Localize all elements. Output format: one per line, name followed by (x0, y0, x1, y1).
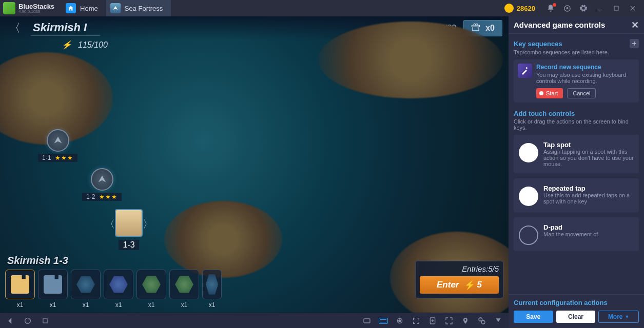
collapse-button[interactable] (492, 315, 504, 327)
next-node-arrow[interactable]: 〉 (143, 217, 153, 231)
node-id: 1-2 (86, 193, 95, 200)
enter-panel: Entries:5/5 Enter ⚡5 (415, 261, 503, 298)
back-button[interactable]: 〈 (6, 20, 24, 36)
start-recording-button[interactable]: Start (536, 88, 563, 98)
panel-header: Advanced game controls ✕ (509, 16, 644, 34)
reward-item[interactable]: x1 (136, 270, 166, 309)
notifications-button[interactable] (543, 1, 558, 15)
minimize-button[interactable] (593, 1, 607, 15)
reward-item[interactable]: x1 (202, 270, 222, 309)
install-apk-button[interactable] (426, 315, 439, 327)
control-title: Tap spot (543, 141, 634, 149)
clear-button[interactable]: Clear (556, 311, 596, 323)
key-sequences-header: Key sequences ＋ (514, 39, 639, 48)
repeated-tap-control[interactable]: Repeated tap Use this to add repeated ta… (514, 178, 639, 212)
tap-spot-icon (519, 143, 538, 162)
keyboard-controls-button[interactable] (377, 315, 389, 327)
node-stars: ★★★ (99, 193, 118, 200)
control-desc: Assign tapping on a spot with this actio… (543, 149, 634, 167)
enter-label: Enter (437, 280, 459, 290)
page-title: Skirmish I (31, 21, 100, 36)
game-viewport[interactable]: 〈 Skirmish I ★ 6/30 x0 ⚡ 115/100 (0, 16, 509, 328)
level-node-1-1[interactable]: 1-1 ★★★ (38, 129, 77, 162)
footer-title: Current configuration actions (514, 299, 639, 306)
cancel-recording-button[interactable]: Cancel (567, 88, 596, 98)
app-version: 4.90.0.1038 (18, 10, 54, 14)
tab-label: Home (80, 5, 98, 12)
reward-item[interactable]: x1 (104, 270, 133, 309)
logo-icon (3, 2, 15, 14)
node-id: 1-1 (42, 154, 51, 161)
bolt-icon: ⚡ (62, 40, 72, 50)
prev-node-arrow[interactable]: 〈 (105, 217, 115, 231)
control-desc: Map the movement of (543, 231, 598, 237)
control-title: Repeated tap (543, 184, 634, 192)
fullscreen-button[interactable] (443, 315, 455, 327)
enter-cost: 5 (477, 280, 482, 290)
maximize-button[interactable] (609, 1, 623, 15)
reward-item[interactable]: x1 (5, 270, 35, 309)
node-badge (91, 168, 113, 191)
control-desc: Use this to add repeated taps on a spot … (543, 192, 634, 204)
reward-item[interactable]: x1 (71, 270, 101, 309)
tab-home[interactable]: Home (62, 0, 106, 16)
svg-point-1 (566, 7, 568, 9)
gift-value: x0 (485, 24, 495, 33)
dpad-control[interactable]: D-pad Map the movement of (514, 217, 639, 251)
panel-close-button[interactable]: ✕ (631, 19, 639, 31)
coin-icon (504, 4, 514, 13)
coin-amount: 28620 (517, 5, 535, 12)
svg-point-6 (25, 318, 31, 323)
record-sequence-desc: You may also use existing keyboard contr… (536, 72, 635, 84)
tap-spot-control[interactable]: Tap spot Assign tapping on a spot with t… (514, 135, 639, 173)
node-id: 1-3 (123, 240, 134, 250)
reward-item[interactable]: x1 (169, 270, 199, 309)
panel-title: Advanced game controls (514, 20, 605, 29)
android-recents-button[interactable] (39, 315, 51, 327)
energy-value: 115/100 (78, 40, 108, 50)
reward-item[interactable]: x1 (38, 270, 68, 309)
android-back-button[interactable] (4, 315, 16, 327)
record-button[interactable] (394, 315, 406, 327)
record-dot-icon (539, 91, 543, 95)
level-node-1-2[interactable]: 1-2 ★★★ (82, 168, 122, 201)
entries-label: Entries:5/5 (420, 264, 499, 273)
screenshot-button[interactable] (476, 315, 488, 327)
settings-button[interactable] (576, 1, 591, 15)
svg-rect-3 (614, 6, 618, 10)
node-badge (47, 129, 69, 152)
account-button[interactable] (560, 1, 574, 15)
dpad-icon (519, 225, 538, 245)
terrain (164, 201, 282, 278)
save-button[interactable]: Save (514, 311, 553, 323)
enter-button[interactable]: Enter ⚡5 (420, 276, 499, 294)
repeated-tap-icon (519, 187, 538, 206)
location-button[interactable] (459, 315, 472, 327)
more-button[interactable]: More▼ (598, 311, 639, 323)
keyboard-icon (379, 318, 388, 324)
key-sequences-subtitle: Tap/combo sequences are listed here. (514, 49, 639, 55)
svg-rect-8 (364, 319, 370, 323)
selected-level-label: Skirmish 1-3 (7, 255, 68, 266)
notification-dot (553, 3, 556, 7)
tab-sea-fortress[interactable]: Sea Fortress (106, 0, 171, 16)
svg-point-10 (399, 320, 401, 322)
add-sequence-button[interactable]: ＋ (630, 39, 639, 48)
android-home-button[interactable] (22, 315, 34, 327)
wand-icon (518, 64, 532, 78)
close-button[interactable] (626, 1, 640, 15)
bolt-icon: ⚡ (464, 280, 475, 291)
touch-controls-subtitle: Click or drag the actions on the screen … (514, 118, 639, 131)
record-sequence-title: Record new sequence (536, 64, 635, 71)
record-sequence-card: Record new sequence You may also use exi… (514, 59, 639, 102)
terrain (318, 22, 503, 98)
fullscreen-corners-button[interactable] (410, 315, 422, 327)
control-title: D-pad (543, 223, 598, 231)
level-node-1-3[interactable]: 〈 〉 1-3 (115, 209, 143, 250)
toggle-overlay-button[interactable] (361, 315, 373, 327)
tab-label: Sea Fortress (125, 5, 163, 12)
bluestacks-logo: BlueStacks 4.90.0.1038 (3, 2, 62, 14)
svg-rect-7 (43, 318, 47, 322)
home-icon (66, 3, 76, 13)
rewards-row: x1 x1 x1 x1 x1 x1 x1 (5, 270, 222, 309)
